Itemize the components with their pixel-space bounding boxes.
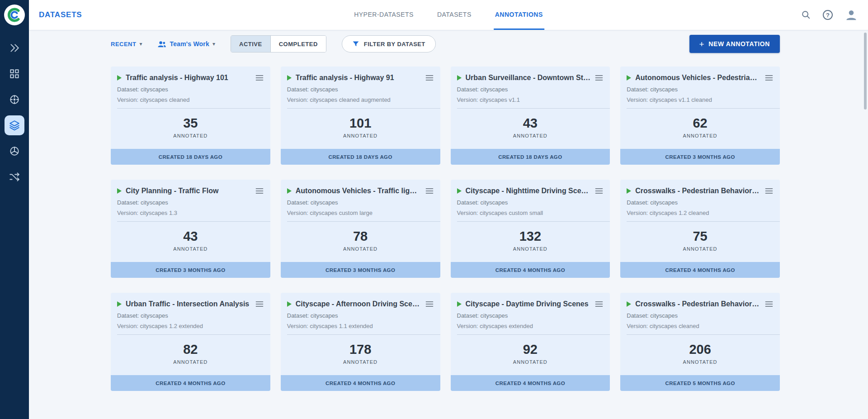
tab-datasets[interactable]: DATASETS — [436, 0, 473, 30]
annotated-count: 82 — [183, 342, 198, 357]
annotation-card[interactable]: Urban Surveillance - Downtown Stre… Data… — [451, 67, 610, 165]
people-icon — [157, 39, 166, 48]
annotated-count: 78 — [353, 229, 368, 244]
card-title: Traffic analysis - Highway 101 — [126, 74, 251, 82]
card-title: Cityscape - Daytime Driving Scenes — [466, 300, 591, 308]
tab-hyper-datasets[interactable]: HYPER-DATASETS — [353, 0, 415, 30]
annotation-card[interactable]: Cityscape - Daytime Driving Scenes Datas… — [451, 293, 610, 391]
tab-annotations[interactable]: ANNOTATIONS — [494, 0, 544, 30]
annotation-card[interactable]: Crosswalks - Pedestrian Behavior P… Data… — [620, 180, 780, 278]
card-stats: 92 ANNOTATED — [451, 335, 610, 375]
created-badge: CREATED 3 MONTHS AGO — [281, 262, 440, 278]
card-header: Cityscape - Afternoon Driving Scenes — [281, 293, 440, 309]
hamburger-menu-icon — [594, 300, 604, 309]
card-stats: 132 ANNOTATED — [451, 222, 610, 262]
hamburger-menu-icon — [425, 73, 434, 82]
card-title: Autonomous Vehicles - Pedestrian … — [635, 74, 760, 82]
card-stats: 62 ANNOTATED — [620, 109, 780, 149]
card-menu-button[interactable] — [764, 300, 774, 309]
annotation-card[interactable]: Traffic analysis - Highway 101 Dataset: … — [111, 67, 270, 165]
annotated-count: 206 — [689, 342, 711, 357]
annotated-count: 178 — [349, 342, 371, 357]
annotated-label: ANNOTATED — [173, 246, 208, 252]
card-stats: 101 ANNOTATED — [281, 109, 440, 149]
card-header: Crosswalks - Pedestrian Behavior P… — [620, 293, 780, 309]
annotated-label: ANNOTATED — [683, 359, 717, 365]
new-annotation-label: NEW ANNOTATION — [708, 40, 770, 48]
app-logo[interactable] — [4, 5, 25, 25]
card-title: Crosswalks - Pedestrian Behavior P… — [635, 300, 760, 308]
scrollbar-thumb[interactable] — [864, 33, 867, 110]
card-stats: 178 ANNOTATED — [281, 335, 440, 375]
card-dataset: Dataset: cityscapes — [620, 312, 780, 319]
card-menu-button[interactable] — [594, 73, 604, 82]
filter-by-dataset-button[interactable]: FILTER BY DATASET — [342, 35, 436, 52]
status-toggle: ACTIVE COMPLETED — [231, 35, 326, 52]
card-version: Version: cityscapes cleaned augmented — [281, 96, 440, 103]
hamburger-menu-icon — [764, 186, 774, 195]
card-header: Cityscape - Daytime Driving Scenes — [451, 293, 610, 309]
card-version: Version: cityscapes 1.1 extended — [281, 323, 440, 329]
annotation-card[interactable]: Autonomous Vehicles - Traffic light … Da… — [281, 180, 440, 278]
tab-bar: HYPER-DATASETS DATASETS ANNOTATIONS — [353, 0, 544, 30]
pipelines-icon — [9, 171, 20, 183]
card-menu-button[interactable] — [594, 186, 604, 195]
new-annotation-button[interactable]: + NEW ANNOTATION — [689, 35, 780, 53]
annotation-card-grid: Traffic analysis - Highway 101 Dataset: … — [111, 67, 780, 391]
created-badge: CREATED 18 DAYS AGO — [451, 149, 610, 165]
sidebar-item-quickstart[interactable] — [5, 38, 24, 58]
annotated-label: ANNOTATED — [173, 359, 208, 365]
scope-dropdown[interactable]: Team's Work ▾ — [157, 39, 215, 48]
card-dataset: Dataset: cityscapes — [281, 312, 440, 319]
card-header: Urban Traffic - Intersection Analysis — [111, 293, 270, 309]
card-menu-button[interactable] — [255, 186, 264, 195]
card-version: Version: cityscapes custom large — [281, 210, 440, 216]
logo-c-icon — [6, 6, 23, 24]
card-header: City Planning - Traffic Flow — [111, 180, 270, 195]
sidebar-item-labels[interactable] — [5, 141, 24, 161]
card-menu-button[interactable] — [764, 186, 774, 195]
play-status-icon — [117, 301, 122, 307]
annotation-card[interactable]: Cityscape - Afternoon Driving Scenes Dat… — [281, 293, 440, 391]
card-menu-button[interactable] — [255, 73, 264, 82]
created-badge: CREATED 4 MONTHS AGO — [281, 375, 440, 391]
play-status-icon — [627, 75, 631, 81]
play-status-icon — [287, 301, 292, 307]
annotation-card[interactable]: Urban Traffic - Intersection Analysis Da… — [111, 293, 270, 391]
annotation-card[interactable]: Autonomous Vehicles - Pedestrian … Datas… — [620, 67, 780, 165]
active-toggle-button[interactable]: ACTIVE — [231, 36, 270, 52]
completed-toggle-button[interactable]: COMPLETED — [270, 36, 326, 52]
card-menu-button[interactable] — [425, 300, 434, 309]
card-menu-button[interactable] — [594, 300, 604, 309]
card-menu-button[interactable] — [255, 300, 264, 309]
created-badge: CREATED 4 MONTHS AGO — [451, 262, 610, 278]
card-menu-button[interactable] — [425, 73, 434, 82]
page-title: DATASETS — [39, 10, 82, 19]
annotation-card[interactable]: City Planning - Traffic Flow Dataset: ci… — [111, 180, 270, 278]
annotation-card[interactable]: Traffic analysis - Highway 91 Dataset: c… — [281, 67, 440, 165]
user-avatar[interactable] — [844, 8, 858, 22]
card-version: Version: cityscapes 1.2 cleaned — [620, 210, 780, 216]
sidebar-item-pipelines[interactable] — [5, 167, 24, 187]
card-stats: 206 ANNOTATED — [620, 335, 780, 375]
filter-by-dataset-label: FILTER BY DATASET — [364, 41, 425, 48]
card-dataset: Dataset: cityscapes — [620, 86, 780, 93]
card-dataset: Dataset: cityscapes — [281, 199, 440, 206]
annotation-card[interactable]: Cityscape - Nighttime Driving Scenes Dat… — [451, 180, 610, 278]
sort-dropdown[interactable]: RECENT ▾ — [111, 41, 142, 48]
sidebar-item-datasets-grid[interactable] — [5, 64, 24, 84]
helm-icon — [9, 94, 20, 105]
sidebar-item-tasks[interactable] — [5, 90, 24, 110]
search-icon[interactable] — [801, 10, 811, 20]
annotation-card[interactable]: Crosswalks - Pedestrian Behavior P… Data… — [620, 293, 780, 391]
card-menu-button[interactable] — [425, 186, 434, 195]
help-icon[interactable]: ? — [823, 10, 833, 20]
color-wheel-icon — [9, 145, 20, 157]
annotated-count: 43 — [523, 116, 538, 131]
sidebar-item-annotations[interactable] — [5, 115, 24, 135]
play-status-icon — [457, 188, 462, 194]
created-badge: CREATED 18 DAYS AGO — [281, 149, 440, 165]
card-header: Crosswalks - Pedestrian Behavior P… — [620, 180, 780, 195]
card-menu-button[interactable] — [764, 73, 774, 82]
card-header: Urban Surveillance - Downtown Stre… — [451, 67, 610, 82]
